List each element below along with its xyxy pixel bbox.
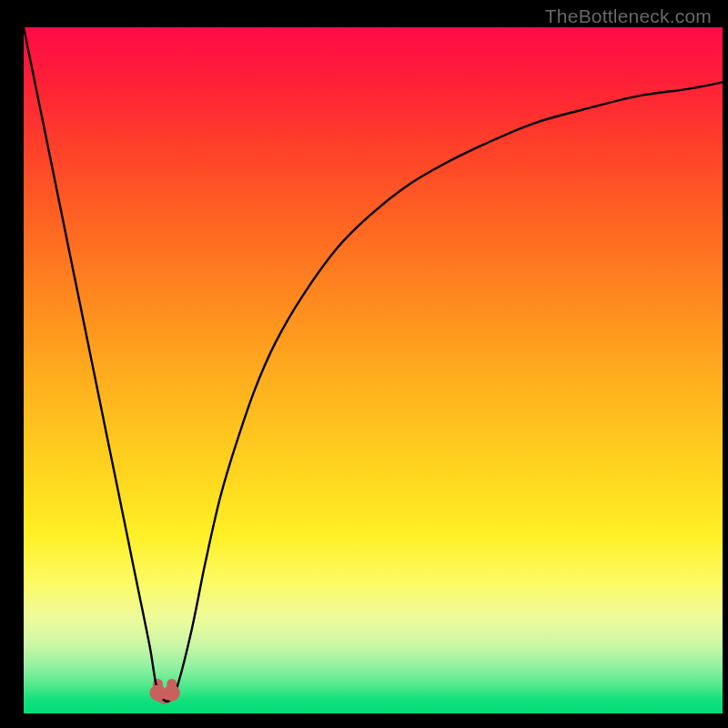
- watermark-text: TheBottleneck.com: [545, 5, 712, 27]
- chart-frame: TheBottleneck.com: [0, 0, 728, 728]
- minimum-marker-1: [149, 684, 166, 701]
- chart-svg: [24, 27, 723, 713]
- minimum-marker-2: [164, 684, 180, 701]
- bottleneck-curve: [24, 27, 723, 702]
- plot-area: [24, 27, 723, 713]
